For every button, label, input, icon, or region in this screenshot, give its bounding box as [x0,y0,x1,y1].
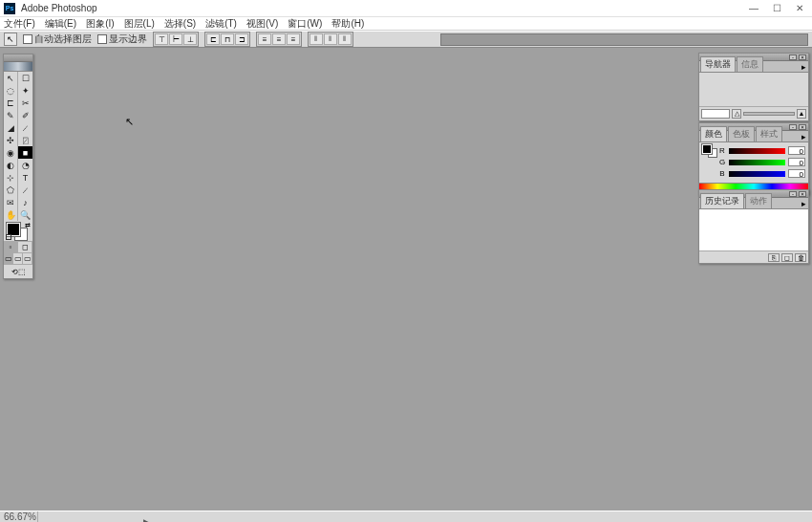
r-slider[interactable] [729,148,785,154]
menu-select[interactable]: 选择(S) [164,17,196,31]
panel-close-icon[interactable]: × [799,124,806,130]
app-title: Adobe Photoshop [21,3,749,13]
tab-swatches[interactable]: 色板 [728,126,755,141]
app-logo-icon: Ps [4,3,15,14]
type-tool[interactable]: T [18,171,32,184]
panel-close-icon[interactable]: × [799,54,806,60]
lasso-tool[interactable]: ◌ [4,84,18,97]
tab-actions[interactable]: 动作 [745,193,772,208]
align-right-button[interactable]: ⊐ [235,33,248,45]
menu-edit[interactable]: 编辑(E) [45,17,76,31]
dist-hcenter-button[interactable]: ⫴ [324,33,337,45]
g-slider[interactable] [729,160,785,165]
history-list[interactable] [699,209,808,251]
panel-menu-icon[interactable]: ▸ [801,132,806,141]
stamp-tool[interactable]: ◢ [4,121,18,134]
zoom-slider[interactable] [743,112,795,116]
screen-full-button[interactable]: ▭ [23,253,32,264]
brush-tool[interactable]: ✎ [4,109,18,121]
direct-select-tool[interactable]: ◔ [18,159,32,171]
panel-close-icon[interactable]: × [799,191,806,197]
blur-tool[interactable]: ◉ [4,146,18,159]
new-doc-from-state-button[interactable]: ⎘ [768,253,780,262]
menu-filter[interactable]: 滤镜(T) [205,17,237,31]
jump-to-imageready[interactable]: ⟲⬚ [4,265,32,278]
screen-full-menu-button[interactable]: ▭ [13,253,23,264]
b-slider[interactable] [729,171,785,177]
tab-color[interactable]: 颜色 [700,126,727,141]
zoom-readout[interactable]: 66.67% [0,511,38,522]
maximize-button[interactable]: ☐ [772,4,781,13]
workspace[interactable]: ↖ ↖☐ ◌✦ ⊏✂ ✎✐ ◢⟋ ✣⍁ ◉■ ◐◔ ⊹T ⬠⟋ ✉♪ ✋🔍 ⇄ … [0,48,812,511]
screen-standard-button[interactable]: ▭ [4,253,13,264]
wand-tool[interactable]: ✦ [18,84,32,97]
show-bounds-checkbox[interactable]: 显示边界 [97,33,147,46]
dist-bottom-button[interactable]: ≡ [287,33,300,45]
toolbox-titlebar[interactable] [4,54,32,62]
default-colors-icon[interactable] [6,234,11,240]
standard-mode-button[interactable]: ▫ [4,242,18,252]
zoom-tool[interactable]: 🔍 [18,208,32,221]
zoom-out-button[interactable]: △ [732,109,741,119]
gradient-tool[interactable]: ⍁ [18,134,32,146]
b-value[interactable]: 0 [788,169,805,178]
tab-info[interactable]: 信息 [737,56,763,72]
palette-well[interactable] [440,33,808,46]
menu-help[interactable]: 帮助(H) [331,17,364,31]
slice-tool[interactable]: ✂ [18,97,32,109]
minimize-button[interactable]: — [749,4,759,13]
dist-right-button[interactable]: ⫴ [338,33,352,45]
eraser-tool[interactable]: ✣ [4,134,18,146]
align-vcenter-button[interactable]: ⊢ [169,33,182,45]
close-button[interactable]: ✕ [795,4,804,13]
zoom-in-button[interactable]: ▲ [797,109,806,119]
g-value[interactable]: 0 [788,158,805,166]
panel-menu-icon[interactable]: ▸ [801,199,806,208]
panel-minimize-icon[interactable]: - [789,124,797,130]
line-tool[interactable]: ⟋ [18,184,32,196]
color-swatch[interactable]: ⇄ [4,221,32,242]
menu-file[interactable]: 文件(F) [4,17,35,31]
pen-tool[interactable]: ⊹ [4,171,18,184]
dist-top-button[interactable]: ≡ [258,33,271,45]
dodge-tool[interactable]: ■ [18,146,32,159]
navigator-preview[interactable] [699,73,808,107]
crop-tool[interactable]: ⊏ [4,97,18,109]
align-bottom-button[interactable]: ⊥ [183,33,197,45]
move-tool[interactable]: ↖ [4,72,18,84]
panel-menu-icon[interactable]: ▸ [801,62,806,72]
delete-state-button[interactable]: 🗑 [795,253,806,262]
color-mini-swatch[interactable] [702,144,716,158]
swap-colors-icon[interactable]: ⇄ [25,222,31,229]
hand-tool[interactable]: ✋ [4,208,18,221]
tab-navigator[interactable]: 导航器 [700,56,736,72]
menu-image[interactable]: 图象(I) [86,17,114,31]
r-value[interactable]: 0 [788,146,805,155]
quickmask-mode-button[interactable]: ◻ [18,242,32,252]
distribute-group-2: ⫴ ⫴ ⫴ [308,32,353,47]
tab-history[interactable]: 历史记录 [700,193,744,208]
align-hcenter-button[interactable]: ⊓ [221,33,234,45]
history-brush-tool[interactable]: ⟋ [18,121,32,134]
tab-styles[interactable]: 样式 [756,126,782,141]
pencil-tool[interactable]: ✐ [18,109,32,121]
align-left-button[interactable]: ⊏ [206,33,220,45]
path-tool[interactable]: ◐ [4,159,18,171]
shape-tool[interactable]: ⬠ [4,184,18,196]
panel-minimize-icon[interactable]: - [789,191,797,197]
new-snapshot-button[interactable]: ◻ [781,253,793,262]
marquee-tool[interactable]: ☐ [18,72,32,84]
dist-vcenter-button[interactable]: ≡ [272,33,286,45]
menu-window[interactable]: 窗口(W) [288,17,322,31]
current-tool-icon[interactable]: ↖ [4,33,17,46]
panel-minimize-icon[interactable]: - [789,54,797,60]
align-top-button[interactable]: ⊤ [155,33,168,45]
eyedropper-tool[interactable]: ♪ [18,196,32,208]
dist-left-button[interactable]: ⫴ [310,33,323,45]
menu-view[interactable]: 视图(V) [246,17,278,31]
menu-layer[interactable]: 图层(L) [124,17,155,31]
auto-select-checkbox[interactable]: 自动选择图层 [23,33,92,46]
notes-tool[interactable]: ✉ [4,196,18,208]
zoom-input[interactable] [701,109,730,119]
status-menu-arrow-icon[interactable]: ▶ [143,517,150,523]
